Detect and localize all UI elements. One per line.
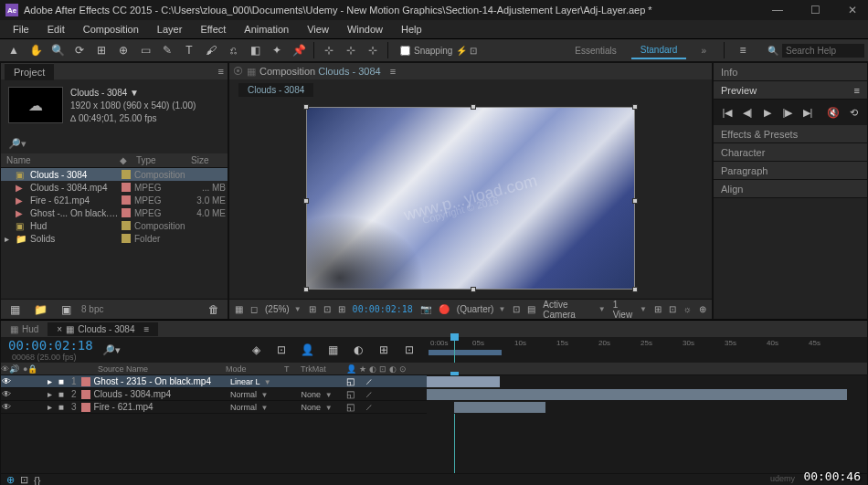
paragraph-panel-header[interactable]: Paragraph	[714, 162, 867, 180]
menu-effect[interactable]: Effect	[193, 22, 233, 37]
comp-menu-icon[interactable]: ≡	[390, 66, 396, 77]
workspace-standard[interactable]: Standard	[631, 42, 687, 59]
snapshot-icon[interactable]: 📷	[420, 304, 431, 314]
prev-frame-icon[interactable]: ◀|	[741, 106, 754, 119]
project-tab[interactable]: Project	[5, 63, 54, 80]
shy-switch-icon[interactable]: 👤	[346, 364, 356, 374]
project-item[interactable]: ▶Ghost -... On black.mp4MPEG4.0 ME	[1, 206, 228, 219]
project-search-icon[interactable]: 🔎▾	[8, 138, 26, 150]
close-button[interactable]: ✕	[842, 4, 863, 16]
blend-mode-dropdown[interactable]: Normal ▼	[230, 390, 285, 399]
transform-handle[interactable]	[471, 104, 476, 110]
toggle-switches-icon[interactable]: ⊕	[6, 474, 15, 485]
play-icon[interactable]: ▶	[761, 106, 774, 119]
character-panel-header[interactable]: Character	[714, 143, 867, 162]
work-area-bar[interactable]	[429, 350, 502, 355]
preview-panel-header[interactable]: Preview ≡	[714, 81, 867, 100]
audio-col-icon[interactable]: 🔊	[9, 364, 19, 374]
menu-edit[interactable]: Edit	[40, 22, 72, 37]
adjust-switch-icon[interactable]: ◐	[389, 364, 397, 374]
video-toggle-icon[interactable]: 👁	[1, 389, 12, 399]
maximize-button[interactable]: ☐	[805, 4, 826, 16]
clone-tool-icon[interactable]: ⎌	[223, 41, 243, 59]
project-item[interactable]: ▸📁SolidsFolder	[1, 232, 228, 245]
label-color-icon[interactable]	[122, 234, 131, 243]
pen-tool-icon[interactable]: ✎	[157, 41, 177, 59]
preview-menu-icon[interactable]: ≡	[854, 85, 860, 96]
render-toggle-icon[interactable]: ◻	[250, 304, 258, 314]
new-comp-icon[interactable]: ▣	[56, 300, 76, 319]
switch-normal-icon[interactable]: ◱	[346, 402, 365, 412]
brainstorm-icon[interactable]: ⊡	[399, 341, 419, 359]
col-type[interactable]: Type	[136, 155, 191, 165]
exposure-icon[interactable]: ☼	[683, 304, 692, 314]
project-item[interactable]: ▣Clouds - 3084Composition	[1, 168, 228, 181]
new-folder-icon[interactable]: 📁	[30, 300, 50, 319]
label-color-icon[interactable]	[122, 183, 131, 192]
fx-switch-icon[interactable]: ★	[359, 364, 366, 374]
layer-name[interactable]: Fire - 621.mp4	[94, 402, 230, 412]
layer-color-icon[interactable]	[81, 390, 90, 399]
timeline-tab-hud[interactable]: ▦ Hud	[1, 322, 48, 336]
3d-switch-icon[interactable]: ⊡	[379, 364, 386, 374]
layer-color-icon[interactable]	[81, 403, 90, 412]
text-tool-icon[interactable]: T	[179, 41, 199, 59]
menu-layer[interactable]: Layer	[150, 22, 190, 37]
menu-view[interactable]: View	[300, 22, 336, 37]
info-panel-header[interactable]: Info	[714, 63, 867, 81]
comp-panel-grip-icon[interactable]: ⦿	[233, 66, 243, 77]
next-frame-icon[interactable]: |▶	[781, 106, 794, 119]
composition-flowchart-tab[interactable]: Clouds - 3084	[238, 83, 313, 97]
video-col-icon[interactable]: 👁	[1, 364, 9, 374]
timeline-icon[interactable]: ▤	[527, 304, 535, 314]
align-panel-header[interactable]: Align	[714, 180, 867, 198]
resolution-dropdown[interactable]: (Quarter)▼	[457, 304, 505, 314]
snapping-checkbox[interactable]	[400, 46, 410, 56]
frame-blend-icon[interactable]: ▦	[323, 341, 343, 359]
project-item[interactable]: ▣HudComposition	[1, 219, 228, 232]
rotate-tool-icon[interactable]: ⟳	[69, 41, 90, 59]
close-tab-icon[interactable]: ×	[57, 324, 62, 334]
track-matte-dropdown[interactable]: None ▼	[302, 403, 347, 412]
layer-color-icon[interactable]	[81, 377, 90, 386]
blend-mode-dropdown[interactable]: Linear L ▼	[230, 377, 285, 386]
zoom-dropdown[interactable]: (25%)▼	[265, 304, 302, 314]
blend-mode-dropdown[interactable]: Normal ▼	[230, 403, 285, 412]
timeline-search-icon[interactable]: 🔎▾	[102, 344, 121, 356]
menu-animation[interactable]: Animation	[237, 22, 296, 37]
label-color-icon[interactable]	[122, 221, 131, 230]
viewer-content[interactable]: Copyright © 2016	[306, 107, 635, 290]
grid-icon[interactable]: ⊞	[338, 304, 345, 314]
puppet-tool-icon[interactable]: 📌	[289, 41, 309, 59]
comp-mini-flowchart-icon[interactable]: ◈	[246, 341, 266, 359]
layer-name[interactable]: Ghost - 2315 - On black.mp4	[94, 376, 230, 386]
interpret-footage-icon[interactable]: ▦	[5, 300, 25, 319]
draft-3d-icon[interactable]: ⊡	[271, 341, 291, 359]
world-axis-icon[interactable]: ⊹	[341, 41, 361, 59]
menu-help[interactable]: Help	[394, 22, 429, 37]
zoom-tool-icon[interactable]: 🔍	[48, 41, 68, 59]
fast-preview-btn-icon[interactable]: ⊡	[669, 304, 676, 314]
layer-duration-bar[interactable]	[427, 376, 500, 387]
col-mode[interactable]: Mode	[226, 364, 284, 374]
camera-tool-icon[interactable]: ⊞	[91, 41, 111, 59]
layer-row[interactable]: 👁▸■3Fire - 621.mp4Normal ▼None ▼◱⟋	[1, 401, 867, 414]
layer-name[interactable]: Clouds - 3084.mp4	[94, 389, 230, 399]
effects-panel-header[interactable]: Effects & Presets	[714, 125, 867, 143]
col-t[interactable]: T	[284, 364, 301, 374]
col-source-name[interactable]: Source Name	[98, 364, 226, 374]
workspace-essentials[interactable]: Essentials	[566, 43, 626, 58]
shy-icon[interactable]: 👤	[297, 341, 317, 359]
switch-normal-icon[interactable]: ◱	[346, 376, 365, 386]
alpha-toggle-icon[interactable]: ▦	[235, 304, 243, 314]
mute-icon[interactable]: 🔇	[827, 106, 840, 119]
snap-options-icon[interactable]: ⚡ ⊡	[456, 46, 477, 56]
transform-handle[interactable]	[303, 104, 309, 110]
parent-col-icon[interactable]: ⊙	[399, 364, 407, 374]
selection-tool-icon[interactable]: ▲	[4, 41, 24, 59]
viewer-time[interactable]: 00:00:02:18	[353, 304, 413, 314]
expand-layer-icon[interactable]: ▸	[45, 402, 56, 412]
resolution-icon[interactable]: ⊞	[309, 304, 316, 314]
workspace-more[interactable]: »	[692, 43, 715, 58]
switch-fx-icon[interactable]: ⟋	[365, 389, 383, 399]
